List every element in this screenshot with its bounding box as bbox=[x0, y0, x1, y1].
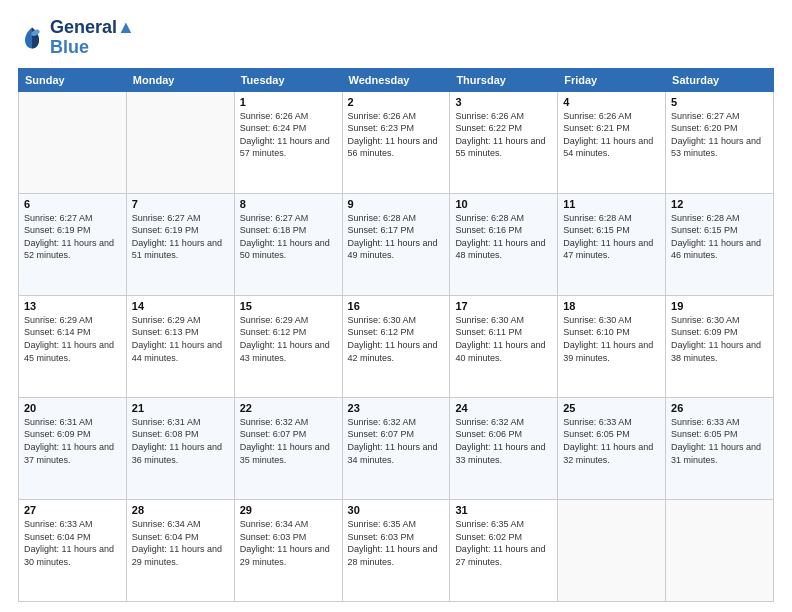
calendar-cell: 1Sunrise: 6:26 AM Sunset: 6:24 PM Daylig… bbox=[234, 91, 342, 193]
day-info: Sunrise: 6:27 AM Sunset: 6:19 PM Dayligh… bbox=[24, 212, 121, 262]
day-number: 9 bbox=[348, 198, 445, 210]
day-info: Sunrise: 6:27 AM Sunset: 6:18 PM Dayligh… bbox=[240, 212, 337, 262]
day-number: 17 bbox=[455, 300, 552, 312]
day-info: Sunrise: 6:27 AM Sunset: 6:20 PM Dayligh… bbox=[671, 110, 768, 160]
logo-text: General▲Blue bbox=[50, 18, 135, 58]
day-number: 5 bbox=[671, 96, 768, 108]
day-info: Sunrise: 6:26 AM Sunset: 6:22 PM Dayligh… bbox=[455, 110, 552, 160]
calendar-cell: 12Sunrise: 6:28 AM Sunset: 6:15 PM Dayli… bbox=[666, 193, 774, 295]
calendar-cell: 15Sunrise: 6:29 AM Sunset: 6:12 PM Dayli… bbox=[234, 295, 342, 397]
calendar-day-header: Friday bbox=[558, 68, 666, 91]
calendar-cell: 22Sunrise: 6:32 AM Sunset: 6:07 PM Dayli… bbox=[234, 397, 342, 499]
calendar-cell: 28Sunrise: 6:34 AM Sunset: 6:04 PM Dayli… bbox=[126, 499, 234, 601]
day-number: 23 bbox=[348, 402, 445, 414]
day-info: Sunrise: 6:31 AM Sunset: 6:08 PM Dayligh… bbox=[132, 416, 229, 466]
day-number: 2 bbox=[348, 96, 445, 108]
day-number: 30 bbox=[348, 504, 445, 516]
day-info: Sunrise: 6:27 AM Sunset: 6:19 PM Dayligh… bbox=[132, 212, 229, 262]
day-info: Sunrise: 6:34 AM Sunset: 6:04 PM Dayligh… bbox=[132, 518, 229, 568]
calendar-cell: 31Sunrise: 6:35 AM Sunset: 6:02 PM Dayli… bbox=[450, 499, 558, 601]
calendar-cell bbox=[19, 91, 127, 193]
day-number: 29 bbox=[240, 504, 337, 516]
day-info: Sunrise: 6:29 AM Sunset: 6:14 PM Dayligh… bbox=[24, 314, 121, 364]
calendar-cell: 6Sunrise: 6:27 AM Sunset: 6:19 PM Daylig… bbox=[19, 193, 127, 295]
day-info: Sunrise: 6:33 AM Sunset: 6:05 PM Dayligh… bbox=[671, 416, 768, 466]
day-info: Sunrise: 6:29 AM Sunset: 6:12 PM Dayligh… bbox=[240, 314, 337, 364]
day-number: 1 bbox=[240, 96, 337, 108]
day-info: Sunrise: 6:32 AM Sunset: 6:07 PM Dayligh… bbox=[240, 416, 337, 466]
calendar-cell: 19Sunrise: 6:30 AM Sunset: 6:09 PM Dayli… bbox=[666, 295, 774, 397]
calendar-cell: 17Sunrise: 6:30 AM Sunset: 6:11 PM Dayli… bbox=[450, 295, 558, 397]
calendar-cell: 13Sunrise: 6:29 AM Sunset: 6:14 PM Dayli… bbox=[19, 295, 127, 397]
calendar-cell: 9Sunrise: 6:28 AM Sunset: 6:17 PM Daylig… bbox=[342, 193, 450, 295]
day-info: Sunrise: 6:28 AM Sunset: 6:15 PM Dayligh… bbox=[563, 212, 660, 262]
day-number: 8 bbox=[240, 198, 337, 210]
calendar-day-header: Saturday bbox=[666, 68, 774, 91]
day-info: Sunrise: 6:26 AM Sunset: 6:24 PM Dayligh… bbox=[240, 110, 337, 160]
logo-icon bbox=[18, 24, 46, 52]
day-info: Sunrise: 6:26 AM Sunset: 6:23 PM Dayligh… bbox=[348, 110, 445, 160]
calendar-cell: 25Sunrise: 6:33 AM Sunset: 6:05 PM Dayli… bbox=[558, 397, 666, 499]
calendar-day-header: Tuesday bbox=[234, 68, 342, 91]
calendar-cell: 7Sunrise: 6:27 AM Sunset: 6:19 PM Daylig… bbox=[126, 193, 234, 295]
day-info: Sunrise: 6:30 AM Sunset: 6:10 PM Dayligh… bbox=[563, 314, 660, 364]
calendar-cell: 3Sunrise: 6:26 AM Sunset: 6:22 PM Daylig… bbox=[450, 91, 558, 193]
day-number: 6 bbox=[24, 198, 121, 210]
calendar-cell bbox=[666, 499, 774, 601]
day-number: 28 bbox=[132, 504, 229, 516]
calendar-week-row: 1Sunrise: 6:26 AM Sunset: 6:24 PM Daylig… bbox=[19, 91, 774, 193]
day-number: 20 bbox=[24, 402, 121, 414]
day-number: 12 bbox=[671, 198, 768, 210]
day-number: 18 bbox=[563, 300, 660, 312]
calendar-cell: 20Sunrise: 6:31 AM Sunset: 6:09 PM Dayli… bbox=[19, 397, 127, 499]
day-number: 14 bbox=[132, 300, 229, 312]
day-number: 19 bbox=[671, 300, 768, 312]
calendar-cell: 8Sunrise: 6:27 AM Sunset: 6:18 PM Daylig… bbox=[234, 193, 342, 295]
calendar-cell: 21Sunrise: 6:31 AM Sunset: 6:08 PM Dayli… bbox=[126, 397, 234, 499]
day-number: 15 bbox=[240, 300, 337, 312]
day-info: Sunrise: 6:30 AM Sunset: 6:11 PM Dayligh… bbox=[455, 314, 552, 364]
calendar-cell bbox=[126, 91, 234, 193]
calendar-cell: 24Sunrise: 6:32 AM Sunset: 6:06 PM Dayli… bbox=[450, 397, 558, 499]
day-number: 26 bbox=[671, 402, 768, 414]
day-info: Sunrise: 6:35 AM Sunset: 6:02 PM Dayligh… bbox=[455, 518, 552, 568]
day-info: Sunrise: 6:26 AM Sunset: 6:21 PM Dayligh… bbox=[563, 110, 660, 160]
calendar-day-header: Thursday bbox=[450, 68, 558, 91]
day-info: Sunrise: 6:28 AM Sunset: 6:16 PM Dayligh… bbox=[455, 212, 552, 262]
day-number: 24 bbox=[455, 402, 552, 414]
day-number: 4 bbox=[563, 96, 660, 108]
calendar-cell: 30Sunrise: 6:35 AM Sunset: 6:03 PM Dayli… bbox=[342, 499, 450, 601]
day-info: Sunrise: 6:28 AM Sunset: 6:15 PM Dayligh… bbox=[671, 212, 768, 262]
calendar-week-row: 13Sunrise: 6:29 AM Sunset: 6:14 PM Dayli… bbox=[19, 295, 774, 397]
calendar-day-header: Sunday bbox=[19, 68, 127, 91]
calendar-week-row: 6Sunrise: 6:27 AM Sunset: 6:19 PM Daylig… bbox=[19, 193, 774, 295]
calendar-cell: 16Sunrise: 6:30 AM Sunset: 6:12 PM Dayli… bbox=[342, 295, 450, 397]
day-info: Sunrise: 6:35 AM Sunset: 6:03 PM Dayligh… bbox=[348, 518, 445, 568]
day-info: Sunrise: 6:32 AM Sunset: 6:07 PM Dayligh… bbox=[348, 416, 445, 466]
day-number: 25 bbox=[563, 402, 660, 414]
calendar-cell: 10Sunrise: 6:28 AM Sunset: 6:16 PM Dayli… bbox=[450, 193, 558, 295]
day-number: 3 bbox=[455, 96, 552, 108]
calendar-cell: 14Sunrise: 6:29 AM Sunset: 6:13 PM Dayli… bbox=[126, 295, 234, 397]
calendar-cell: 29Sunrise: 6:34 AM Sunset: 6:03 PM Dayli… bbox=[234, 499, 342, 601]
calendar-cell: 2Sunrise: 6:26 AM Sunset: 6:23 PM Daylig… bbox=[342, 91, 450, 193]
calendar-cell: 4Sunrise: 6:26 AM Sunset: 6:21 PM Daylig… bbox=[558, 91, 666, 193]
day-info: Sunrise: 6:32 AM Sunset: 6:06 PM Dayligh… bbox=[455, 416, 552, 466]
day-info: Sunrise: 6:34 AM Sunset: 6:03 PM Dayligh… bbox=[240, 518, 337, 568]
day-number: 31 bbox=[455, 504, 552, 516]
calendar-cell bbox=[558, 499, 666, 601]
calendar-header-row: SundayMondayTuesdayWednesdayThursdayFrid… bbox=[19, 68, 774, 91]
day-number: 27 bbox=[24, 504, 121, 516]
day-number: 7 bbox=[132, 198, 229, 210]
day-info: Sunrise: 6:30 AM Sunset: 6:12 PM Dayligh… bbox=[348, 314, 445, 364]
calendar-cell: 23Sunrise: 6:32 AM Sunset: 6:07 PM Dayli… bbox=[342, 397, 450, 499]
calendar-cell: 26Sunrise: 6:33 AM Sunset: 6:05 PM Dayli… bbox=[666, 397, 774, 499]
calendar-cell: 27Sunrise: 6:33 AM Sunset: 6:04 PM Dayli… bbox=[19, 499, 127, 601]
page: General▲Blue SundayMondayTuesdayWednesda… bbox=[0, 0, 792, 612]
calendar-day-header: Monday bbox=[126, 68, 234, 91]
logo: General▲Blue bbox=[18, 18, 135, 58]
day-info: Sunrise: 6:30 AM Sunset: 6:09 PM Dayligh… bbox=[671, 314, 768, 364]
day-number: 16 bbox=[348, 300, 445, 312]
day-number: 21 bbox=[132, 402, 229, 414]
day-number: 22 bbox=[240, 402, 337, 414]
